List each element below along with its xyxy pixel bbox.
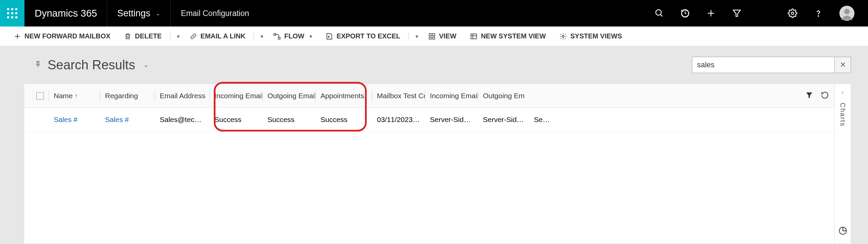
new-system-view-label: NEW SYSTEM VIEW	[481, 32, 546, 40]
column-header-regarding[interactable]: Regarding	[100, 92, 155, 100]
svg-point-16	[818, 16, 819, 16]
svg-line-10	[661, 15, 663, 17]
area-dropdown[interactable]: Settings ⌄	[107, 0, 171, 27]
pin-icon[interactable]	[34, 60, 41, 69]
column-filter-icon[interactable]	[805, 91, 813, 101]
sort-ascending-icon: ↑	[75, 93, 77, 99]
search-icon[interactable]	[655, 8, 664, 18]
delete-button[interactable]: DELETE	[117, 27, 169, 46]
export-to-excel-dropdown[interactable]: ▾	[410, 27, 421, 46]
svg-rect-0	[7, 8, 9, 10]
svg-rect-5	[15, 12, 17, 14]
new-icon[interactable]	[706, 8, 716, 18]
svg-marker-14	[733, 10, 741, 17]
svg-rect-23	[429, 37, 431, 39]
column-header-outgoing-email[interactable]: Outgoing Email	[263, 92, 315, 100]
column-header-name[interactable]: Name ↑	[49, 92, 100, 100]
column-header-outgoing-email-2[interactable]: Outgoing Em	[478, 92, 529, 100]
email-a-link-label: EMAIL A LINK	[201, 32, 246, 40]
export-to-excel-label: EXPORT TO EXCEL	[336, 32, 400, 40]
svg-rect-8	[15, 16, 17, 18]
svg-rect-2	[15, 8, 17, 10]
breadcrumb[interactable]: Email Configuration	[171, 9, 655, 18]
page-title[interactable]: Search Results	[48, 58, 135, 72]
refresh-icon[interactable]	[821, 91, 829, 101]
svg-rect-20	[278, 37, 280, 39]
email-a-link-button[interactable]: EMAIL A LINK	[183, 27, 253, 46]
separator	[254, 32, 254, 41]
gear-icon	[559, 33, 567, 40]
svg-rect-22	[433, 33, 435, 35]
column-header-incoming-email[interactable]: Incoming Email	[210, 92, 262, 100]
system-views-label: SYSTEM VIEWS	[570, 32, 622, 40]
results-grid: Name ↑ Regarding Email Address Incoming …	[24, 84, 835, 244]
view-label: VIEW	[439, 32, 456, 40]
chevron-down-icon[interactable]: ⌄	[143, 61, 149, 69]
email-a-link-dropdown[interactable]: ▾	[255, 27, 266, 46]
filter-icon[interactable]	[732, 8, 742, 18]
svg-point-28	[562, 35, 564, 37]
grid-icon	[428, 33, 436, 40]
svg-rect-1	[11, 8, 13, 10]
cell-test: 03/11/2023 2...	[372, 116, 425, 124]
column-name-label: Name	[54, 92, 73, 100]
flow-icon	[273, 33, 281, 40]
export-to-excel-button[interactable]: EXPORT TO EXCEL	[319, 27, 407, 46]
cell-appointments: Success	[316, 116, 372, 124]
svg-marker-29	[806, 92, 812, 98]
column-header-incoming-email-2[interactable]: Incoming Email	[425, 92, 478, 100]
user-avatar[interactable]	[839, 6, 854, 21]
waffle-icon	[7, 8, 17, 18]
cell-regarding[interactable]: Sales #	[100, 116, 155, 124]
chevron-down-icon: ▾	[310, 34, 312, 39]
cell-name[interactable]: Sales #	[49, 116, 100, 124]
svg-rect-19	[274, 33, 276, 35]
cell-email: Sales@tecma...	[155, 116, 209, 124]
cell-outgoing2: Server-Side S...	[478, 116, 529, 124]
svg-rect-7	[11, 16, 13, 18]
separator	[409, 32, 409, 41]
column-header-appointments[interactable]: Appointments,	[316, 92, 372, 100]
svg-rect-24	[433, 37, 435, 39]
chevron-left-icon: ‹	[842, 89, 844, 96]
chart-icon	[838, 226, 848, 237]
system-views-button[interactable]: SYSTEM VIEWS	[553, 27, 629, 46]
new-forward-mailbox-button[interactable]: NEW FORWARD MAILBOX	[7, 27, 117, 46]
plus-icon	[14, 33, 21, 40]
svg-rect-6	[7, 16, 9, 18]
svg-rect-21	[429, 33, 431, 35]
delete-dropdown[interactable]: ▾	[172, 27, 183, 46]
svg-rect-25	[471, 34, 477, 39]
clear-search-button[interactable]: ✕	[835, 57, 851, 73]
select-all-checkbox[interactable]	[36, 92, 44, 100]
view-button[interactable]: VIEW	[421, 27, 463, 46]
flow-button[interactable]: FLOW ▾	[266, 27, 319, 46]
svg-point-15	[792, 12, 794, 15]
table-icon	[470, 33, 478, 40]
grid-header-row: Name ↑ Regarding Email Address Incoming …	[24, 84, 834, 108]
new-system-view-button[interactable]: NEW SYSTEM VIEW	[463, 27, 553, 46]
column-header-mailbox-test[interactable]: Mailbox Test Co	[372, 92, 425, 100]
brand-label[interactable]: Dynamics 365	[24, 0, 107, 27]
charts-pane-toggle[interactable]: ‹ Charts	[835, 84, 851, 244]
cell-last: Serve	[529, 116, 556, 124]
app-launcher-button[interactable]	[0, 0, 24, 27]
svg-point-9	[656, 10, 661, 15]
help-icon[interactable]	[814, 8, 823, 18]
recent-icon[interactable]	[680, 8, 690, 18]
charts-label: Charts	[839, 103, 847, 127]
search-input[interactable]	[692, 57, 835, 73]
new-forward-mailbox-label: NEW FORWARD MAILBOX	[24, 32, 110, 40]
svg-point-18	[844, 9, 850, 14]
separator	[170, 32, 170, 41]
table-row[interactable]: Sales # Sales # Sales@tecma... Success S…	[24, 108, 834, 132]
settings-gear-icon[interactable]	[788, 8, 797, 18]
cell-incoming: Success	[210, 116, 262, 124]
column-header-email-address[interactable]: Email Address	[155, 92, 209, 100]
chevron-down-icon: ▾	[261, 34, 263, 39]
trash-icon	[124, 33, 132, 40]
command-bar: NEW FORWARD MAILBOX DELETE ▾ EMAIL A LIN…	[0, 27, 868, 46]
cell-outgoing: Success	[263, 116, 315, 124]
chevron-down-icon: ▾	[177, 34, 179, 39]
link-icon	[190, 33, 197, 40]
